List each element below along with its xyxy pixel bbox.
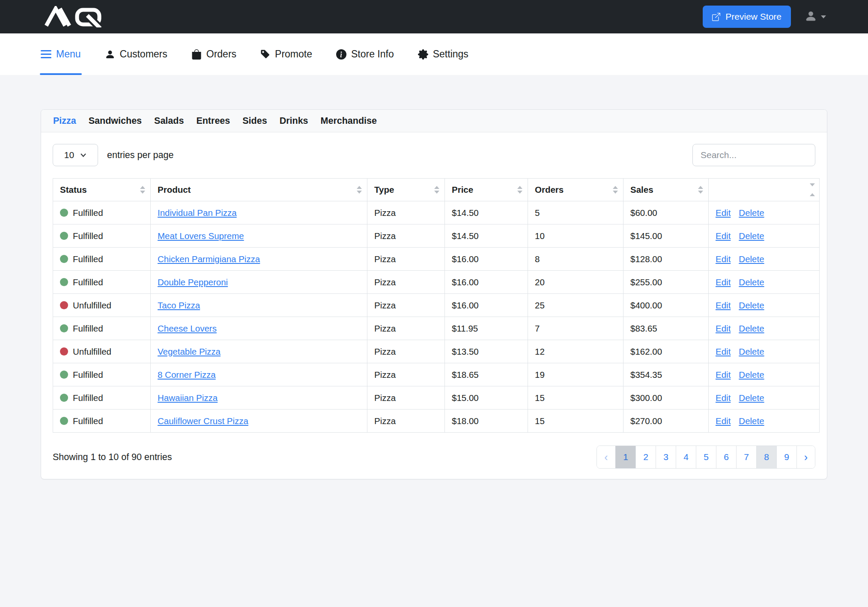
brand-logo[interactable] [41, 6, 108, 27]
column-header-actions[interactable] [709, 179, 820, 201]
product-link[interactable]: Cauliflower Crust Pizza [158, 416, 248, 426]
delete-link[interactable]: Delete [739, 416, 764, 426]
delete-link[interactable]: Delete [739, 254, 764, 264]
status-cell: Fulfilled [53, 271, 151, 294]
pagination-page-3[interactable]: 3 [656, 446, 676, 468]
type-cell: Pizza [367, 386, 445, 410]
product-cell: Meat Lovers Supreme [151, 224, 367, 248]
product-link[interactable]: Vegetable Pizza [158, 347, 221, 356]
pagination-page-2[interactable]: 2 [635, 446, 656, 468]
delete-link[interactable]: Delete [739, 323, 764, 333]
preview-store-button[interactable]: Preview Store [703, 6, 791, 28]
fulfilled-dot-icon [60, 278, 68, 286]
tab-merchandise[interactable]: Merchandise [321, 116, 377, 126]
product-link[interactable]: Meat Lovers Supreme [158, 231, 244, 241]
nav-item-promote[interactable]: Promote [260, 33, 312, 75]
product-link[interactable]: Cheese Lovers [158, 323, 217, 333]
orders-cell: 10 [528, 224, 623, 248]
status-cell: Fulfilled [53, 386, 151, 410]
product-link[interactable]: Hawaiian Pizza [158, 393, 218, 403]
pagination-page-4[interactable]: 4 [676, 446, 696, 468]
nav-item-orders[interactable]: Orders [191, 33, 236, 75]
edit-link[interactable]: Edit [716, 208, 731, 218]
column-header-status[interactable]: Status [53, 179, 151, 201]
tab-sides[interactable]: Sides [242, 116, 267, 126]
column-header-type[interactable]: Type [367, 179, 445, 201]
tab-salads[interactable]: Salads [154, 116, 184, 126]
product-link[interactable]: 8 Corner Pizza [158, 370, 216, 380]
product-link[interactable]: Chicken Parmigiana Pizza [158, 254, 260, 264]
delete-link[interactable]: Delete [739, 370, 764, 380]
orders-cell: 19 [528, 363, 623, 386]
nav-item-store-info[interactable]: Store Info [336, 33, 394, 75]
column-header-orders[interactable]: Orders [528, 179, 623, 201]
nav-item-settings[interactable]: Settings [418, 33, 468, 75]
pagination-page-6[interactable]: 6 [716, 446, 736, 468]
fulfilled-dot-icon [60, 417, 68, 425]
delete-link[interactable]: Delete [739, 231, 764, 241]
tab-entrees[interactable]: Entrees [196, 116, 230, 126]
edit-link[interactable]: Edit [716, 231, 731, 241]
showing-entries-text: Showing 1 to 10 of 90 entries [53, 452, 172, 463]
price-cell: $15.00 [445, 386, 528, 410]
type-cell: Pizza [367, 201, 445, 224]
product-cell: Double Pepperoni [151, 271, 367, 294]
pagination-page-7[interactable]: 7 [736, 446, 756, 468]
search-input[interactable] [692, 144, 815, 166]
tab-pizza[interactable]: Pizza [53, 116, 76, 126]
product-link[interactable]: Individual Pan Pizza [158, 208, 237, 218]
pagination-prev-button[interactable]: ‹ [597, 446, 615, 468]
price-cell: $18.65 [445, 363, 528, 386]
entries-per-page-label: entries per page [107, 150, 173, 161]
table-row: Fulfilled8 Corner PizzaPizza$18.6519$354… [53, 363, 820, 386]
sales-cell: $270.00 [623, 410, 709, 433]
status-cell: Fulfilled [53, 201, 151, 224]
edit-link[interactable]: Edit [716, 300, 731, 310]
type-cell: Pizza [367, 294, 445, 317]
status-cell: Fulfilled [53, 410, 151, 433]
status-label: Fulfilled [73, 254, 103, 264]
account-menu[interactable] [805, 10, 826, 24]
product-link[interactable]: Taco Pizza [158, 300, 200, 310]
edit-link[interactable]: Edit [716, 393, 731, 403]
delete-link[interactable]: Delete [739, 277, 764, 287]
tab-drinks[interactable]: Drinks [280, 116, 308, 126]
pagination-page-8[interactable]: 8 [756, 446, 776, 468]
nav-item-menu[interactable]: Menu [41, 33, 81, 75]
column-label: Product [158, 185, 191, 194]
hamburger-icon [41, 50, 51, 59]
column-header-price[interactable]: Price [445, 179, 528, 201]
type-cell: Pizza [367, 410, 445, 433]
type-cell: Pizza [367, 340, 445, 363]
price-cell: $14.50 [445, 201, 528, 224]
actions-cell: EditDelete [709, 386, 820, 410]
column-header-sales[interactable]: Sales [623, 179, 709, 201]
pagination-page-1[interactable]: 1 [615, 446, 635, 468]
type-cell: Pizza [367, 248, 445, 271]
delete-link[interactable]: Delete [739, 393, 764, 403]
nav-item-customers[interactable]: Customers [105, 33, 167, 75]
table-row: FulfilledCheese LoversPizza$11.957$83.65… [53, 317, 820, 340]
tab-sandwiches[interactable]: Sandwiches [89, 116, 142, 126]
status-label: Fulfilled [73, 416, 103, 426]
pagination-next-button[interactable]: › [796, 446, 815, 468]
delete-link[interactable]: Delete [739, 300, 764, 310]
price-cell: $16.00 [445, 248, 528, 271]
orders-cell: 15 [528, 410, 623, 433]
pagination-page-9[interactable]: 9 [776, 446, 796, 468]
edit-link[interactable]: Edit [716, 370, 731, 380]
edit-link[interactable]: Edit [716, 254, 731, 264]
delete-link[interactable]: Delete [739, 208, 764, 218]
edit-link[interactable]: Edit [716, 277, 731, 287]
edit-link[interactable]: Edit [716, 323, 731, 333]
edit-link[interactable]: Edit [716, 416, 731, 426]
pagination-page-5[interactable]: 5 [696, 446, 716, 468]
entries-per-page-select[interactable]: 10 [53, 144, 98, 166]
sort-icon [357, 186, 362, 194]
type-cell: Pizza [367, 317, 445, 340]
unfulfilled-dot-icon [60, 301, 68, 309]
edit-link[interactable]: Edit [716, 347, 731, 356]
delete-link[interactable]: Delete [739, 347, 764, 356]
product-link[interactable]: Double Pepperoni [158, 277, 228, 287]
column-header-product[interactable]: Product [151, 179, 367, 201]
